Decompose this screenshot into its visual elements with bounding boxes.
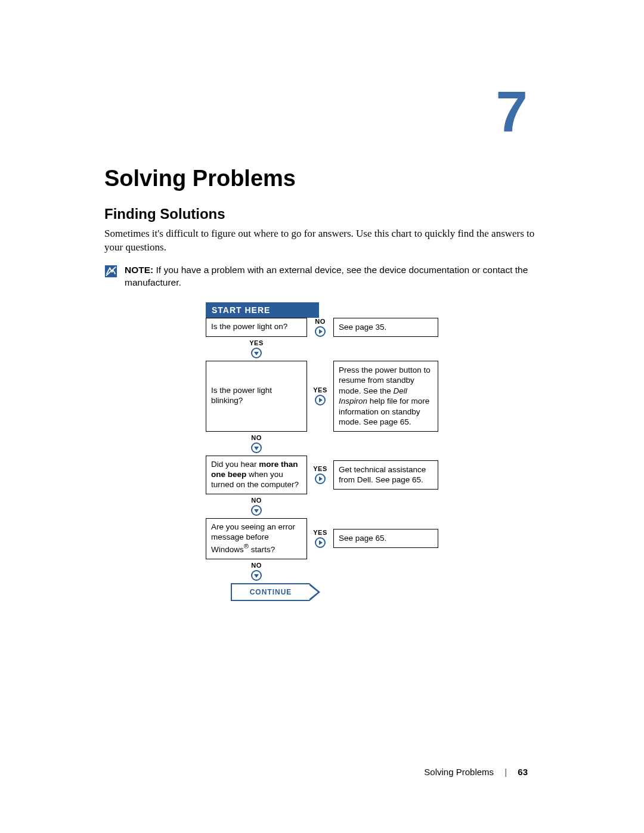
connector-label: NO	[251, 497, 262, 504]
chapter-title: Solving Problems	[104, 166, 540, 191]
connector-label: YES	[249, 339, 264, 346]
note-icon	[104, 265, 117, 278]
arrow-right-icon	[315, 395, 326, 405]
arrow-right-icon	[315, 537, 326, 548]
arrow-right-icon	[315, 473, 326, 484]
question-box: Is the power light blinking?	[206, 361, 307, 432]
connector-right: YES	[307, 518, 333, 559]
arrow-down-icon	[251, 505, 262, 516]
section-heading: Finding Solutions	[104, 206, 540, 222]
start-here-banner: START HERE	[206, 302, 319, 318]
footer-page-number: 63	[518, 767, 528, 777]
flow-row: Did you hear more than one beep when you…	[206, 456, 438, 494]
footer-section: Solving Problems	[424, 767, 494, 777]
footer-separator: |	[504, 767, 507, 777]
question-text: Is the power light on?	[211, 322, 287, 332]
connector-label: YES	[313, 386, 327, 394]
page: 7 Solving Problems Finding Solutions Som…	[0, 0, 644, 833]
arrow-down-icon	[251, 570, 262, 581]
answer-text: See page 35.	[339, 323, 386, 332]
connector-label: YES	[313, 529, 327, 536]
registered-symbol: ®	[244, 543, 249, 550]
intro-paragraph: Sometimes it's difficult to figure out w…	[104, 227, 540, 255]
connector-down: NO	[206, 494, 307, 518]
question-text: Is the power light blinking?	[211, 386, 302, 406]
question-box: Did you hear more than one beep when you…	[206, 456, 307, 494]
connector-right: YES	[307, 456, 333, 494]
flow-row: Is the power light on? NO See page 35.	[206, 318, 438, 337]
question-text-pre: Did you hear	[211, 460, 259, 469]
connector-down: NO	[206, 559, 307, 583]
note-body: If you have a problem with an external d…	[125, 265, 528, 287]
connector-label: NO	[251, 434, 262, 441]
answer-text: See page 65.	[339, 534, 386, 543]
question-box: Are you seeing an error message before W…	[206, 518, 307, 559]
connector-label: YES	[313, 465, 327, 472]
answer-box: See page 65.	[333, 529, 438, 548]
connector-right: NO	[307, 318, 333, 337]
page-footer: Solving Problems | 63	[424, 767, 528, 777]
flow-row: Is the power light blinking? YES Press t…	[206, 361, 438, 432]
continue-label: CONTINUE	[250, 588, 292, 596]
answer-box: See page 35.	[333, 318, 438, 337]
connector-label: NO	[251, 562, 262, 569]
answer-box: Get technical assistance from Dell. See …	[333, 460, 438, 490]
connector-right: YES	[307, 361, 333, 432]
answer-text: Get technical assistance from Dell. See …	[339, 465, 426, 485]
arrow-right-icon	[315, 326, 326, 337]
arrow-down-icon	[251, 348, 262, 358]
connector-label: NO	[315, 318, 326, 325]
question-box: Is the power light on?	[206, 318, 307, 337]
arrow-down-icon	[251, 442, 262, 453]
connector-down: YES	[206, 337, 307, 361]
question-text-post: starts?	[249, 545, 275, 554]
chapter-number: 7	[496, 83, 528, 141]
answer-text-pre: Press the power button to resume from st…	[339, 366, 431, 395]
note-text: NOTE: If you have a problem with an exte…	[125, 264, 540, 289]
continue-arrow: CONTINUE	[231, 583, 309, 601]
note-block: NOTE: If you have a problem with an exte…	[104, 264, 540, 289]
connector-down: NO	[206, 432, 307, 456]
flowchart: START HERE Is the power light on? NO See…	[206, 302, 438, 601]
flow-row: Are you seeing an error message before W…	[206, 518, 438, 559]
answer-box: Press the power button to resume from st…	[333, 361, 438, 432]
note-label: NOTE:	[125, 265, 153, 275]
